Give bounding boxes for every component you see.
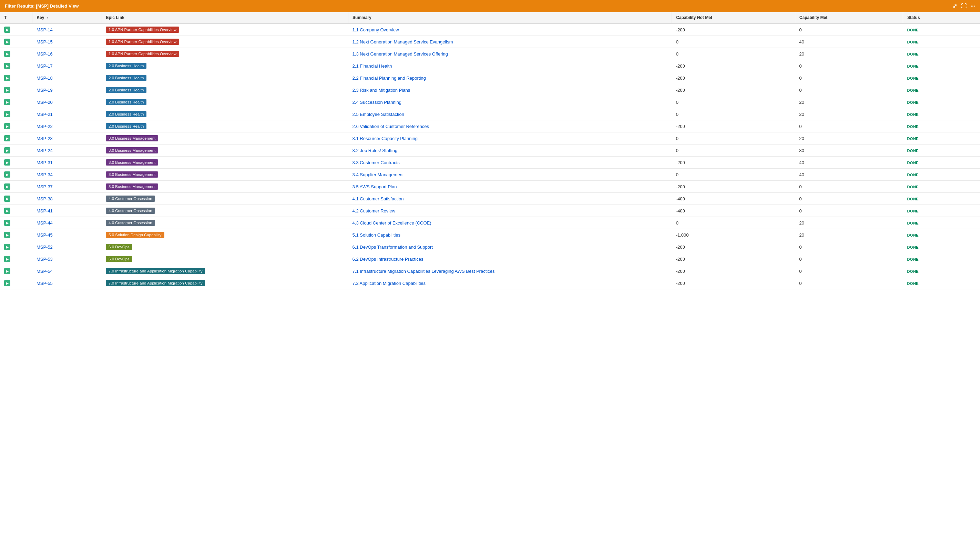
epic-badge[interactable]: 3.0 Business Management bbox=[106, 171, 158, 177]
key-cell[interactable]: MSP-55 bbox=[32, 277, 102, 289]
key-cell[interactable]: MSP-44 bbox=[32, 217, 102, 229]
summary-cell[interactable]: 2.3 Risk and Mitigation Plans bbox=[348, 84, 672, 96]
key-cell[interactable]: MSP-34 bbox=[32, 169, 102, 181]
key-cell[interactable]: MSP-38 bbox=[32, 193, 102, 205]
summary-cell[interactable]: 3.4 Supplier Management bbox=[348, 169, 672, 181]
epic-badge[interactable]: 2.0 Business Health bbox=[106, 123, 146, 129]
expand-icon[interactable]: ⛶ bbox=[961, 3, 967, 9]
epic-badge[interactable]: 4.0 Customer Obsession bbox=[106, 196, 155, 202]
key-link[interactable]: MSP-21 bbox=[37, 112, 53, 117]
summary-link[interactable]: 2.2 Financial Planning and Reporting bbox=[353, 75, 426, 81]
key-cell[interactable]: MSP-52 bbox=[32, 241, 102, 253]
epic-cell[interactable]: 3.0 Business Management bbox=[102, 156, 348, 169]
key-cell[interactable]: MSP-18 bbox=[32, 72, 102, 84]
key-link[interactable]: MSP-41 bbox=[37, 208, 53, 214]
epic-badge[interactable]: 1.0 APN Partner Capabilities Overview bbox=[106, 27, 179, 33]
epic-badge[interactable]: 5.0 Solution Design Capability bbox=[106, 232, 164, 238]
epic-cell[interactable]: 2.0 Business Health bbox=[102, 72, 348, 84]
key-link[interactable]: MSP-45 bbox=[37, 232, 53, 238]
summary-cell[interactable]: 3.1 Resource/ Capacity Planning bbox=[348, 133, 672, 145]
key-link[interactable]: MSP-18 bbox=[37, 75, 53, 81]
key-link[interactable]: MSP-17 bbox=[37, 64, 53, 69]
key-cell[interactable]: MSP-16 bbox=[32, 48, 102, 60]
epic-cell[interactable]: 3.0 Business Management bbox=[102, 145, 348, 156]
summary-cell[interactable]: 7.2 Application Migration Capabilities bbox=[348, 277, 672, 289]
key-link[interactable]: MSP-19 bbox=[37, 88, 53, 93]
key-link[interactable]: MSP-31 bbox=[37, 160, 53, 165]
key-cell[interactable]: MSP-23 bbox=[32, 133, 102, 145]
summary-cell[interactable]: 6.2 DevOps Infrastructure Practices bbox=[348, 253, 672, 265]
key-link[interactable]: MSP-16 bbox=[37, 51, 53, 57]
move-icon[interactable]: ⤢ bbox=[953, 3, 957, 9]
summary-cell[interactable]: 4.1 Customer Satisfaction bbox=[348, 193, 672, 205]
epic-badge[interactable]: 2.0 Business Health bbox=[106, 63, 146, 69]
epic-cell[interactable]: 6.0 DevOps bbox=[102, 241, 348, 253]
key-cell[interactable]: MSP-45 bbox=[32, 229, 102, 241]
key-cell[interactable]: MSP-15 bbox=[32, 36, 102, 48]
epic-cell[interactable]: 4.0 Customer Obsession bbox=[102, 193, 348, 205]
epic-badge[interactable]: 4.0 Customer Obsession bbox=[106, 208, 155, 214]
epic-badge[interactable]: 1.0 APN Partner Capabilities Overview bbox=[106, 38, 179, 45]
key-link[interactable]: MSP-37 bbox=[37, 184, 53, 189]
epic-cell[interactable]: 3.0 Business Management bbox=[102, 169, 348, 181]
key-link[interactable]: MSP-20 bbox=[37, 100, 53, 105]
summary-cell[interactable]: 5.1 Solution Capabilities bbox=[348, 229, 672, 241]
epic-badge[interactable]: 3.0 Business Management bbox=[106, 147, 158, 153]
epic-cell[interactable]: 1.0 APN Partner Capabilities Overview bbox=[102, 36, 348, 48]
summary-cell[interactable]: 1.3 Next Generation Managed Services Off… bbox=[348, 48, 672, 60]
summary-cell[interactable]: 2.2 Financial Planning and Reporting bbox=[348, 72, 672, 84]
summary-link[interactable]: 4.1 Customer Satisfaction bbox=[353, 196, 404, 201]
summary-link[interactable]: 3.3 Customer Contracts bbox=[353, 160, 400, 165]
key-cell[interactable]: MSP-22 bbox=[32, 120, 102, 133]
epic-badge[interactable]: 7.0 Infrastructure and Application Migra… bbox=[106, 268, 205, 274]
key-cell[interactable]: MSP-20 bbox=[32, 96, 102, 108]
key-cell[interactable]: MSP-17 bbox=[32, 60, 102, 72]
summary-cell[interactable]: 3.2 Job Roles/ Staffing bbox=[348, 145, 672, 156]
key-link[interactable]: MSP-53 bbox=[37, 257, 53, 262]
epic-cell[interactable]: 2.0 Business Health bbox=[102, 108, 348, 120]
key-link[interactable]: MSP-14 bbox=[37, 27, 53, 32]
epic-cell[interactable]: 3.0 Business Management bbox=[102, 133, 348, 145]
epic-badge[interactable]: 2.0 Business Health bbox=[106, 99, 146, 105]
summary-link[interactable]: 1.3 Next Generation Managed Services Off… bbox=[353, 51, 448, 57]
epic-badge[interactable]: 2.0 Business Health bbox=[106, 75, 146, 81]
epic-cell[interactable]: 1.0 APN Partner Capabilities Overview bbox=[102, 48, 348, 60]
summary-link[interactable]: 7.2 Application Migration Capabilities bbox=[353, 281, 426, 286]
epic-cell[interactable]: 5.0 Solution Design Capability bbox=[102, 229, 348, 241]
summary-link[interactable]: 3.4 Supplier Management bbox=[353, 172, 404, 177]
epic-badge[interactable]: 6.0 DevOps bbox=[106, 256, 132, 262]
summary-link[interactable]: 2.3 Risk and Mitigation Plans bbox=[353, 88, 410, 93]
epic-badge[interactable]: 4.0 Customer Obsession bbox=[106, 220, 155, 226]
summary-link[interactable]: 2.4 Succession Planning bbox=[353, 100, 401, 105]
summary-cell[interactable]: 3.3 Customer Contracts bbox=[348, 156, 672, 169]
summary-link[interactable]: 1.2 Next Generation Managed Service Evan… bbox=[353, 39, 453, 45]
summary-link[interactable]: 4.2 Customer Review bbox=[353, 208, 395, 214]
summary-cell[interactable]: 3.5 AWS Support Plan bbox=[348, 181, 672, 193]
summary-link[interactable]: 3.5 AWS Support Plan bbox=[353, 184, 397, 189]
key-link[interactable]: MSP-54 bbox=[37, 269, 53, 274]
key-link[interactable]: MSP-24 bbox=[37, 148, 53, 153]
key-cell[interactable]: MSP-53 bbox=[32, 253, 102, 265]
key-link[interactable]: MSP-34 bbox=[37, 172, 53, 177]
summary-link[interactable]: 2.6 Validation of Customer References bbox=[353, 124, 429, 129]
epic-badge[interactable]: 2.0 Business Health bbox=[106, 87, 146, 93]
key-link[interactable]: MSP-23 bbox=[37, 136, 53, 141]
summary-link[interactable]: 2.1 Financial Health bbox=[353, 64, 392, 69]
summary-cell[interactable]: 2.5 Employee Satisfaction bbox=[348, 108, 672, 120]
summary-link[interactable]: 3.1 Resource/ Capacity Planning bbox=[353, 136, 418, 141]
epic-cell[interactable]: 1.0 APN Partner Capabilities Overview bbox=[102, 24, 348, 36]
summary-link[interactable]: 6.1 DevOps Transformation and Support bbox=[353, 244, 433, 250]
epic-cell[interactable]: 2.0 Business Health bbox=[102, 84, 348, 96]
epic-cell[interactable]: 6.0 DevOps bbox=[102, 253, 348, 265]
col-header-key[interactable]: Key ↑ bbox=[32, 12, 102, 24]
epic-badge[interactable]: 1.0 APN Partner Capabilities Overview bbox=[106, 51, 179, 57]
key-cell[interactable]: MSP-14 bbox=[32, 24, 102, 36]
summary-link[interactable]: 2.5 Employee Satisfaction bbox=[353, 112, 404, 117]
summary-link[interactable]: 3.2 Job Roles/ Staffing bbox=[353, 148, 398, 153]
summary-link[interactable]: 4.3 Cloud Center of Excellence (CCOE) bbox=[353, 220, 431, 225]
key-cell[interactable]: MSP-21 bbox=[32, 108, 102, 120]
summary-link[interactable]: 7.1 Infrastructure Migration Capabilitie… bbox=[353, 269, 495, 274]
key-link[interactable]: MSP-44 bbox=[37, 220, 53, 225]
epic-badge[interactable]: 3.0 Business Management bbox=[106, 184, 158, 190]
key-link[interactable]: MSP-55 bbox=[37, 281, 53, 286]
